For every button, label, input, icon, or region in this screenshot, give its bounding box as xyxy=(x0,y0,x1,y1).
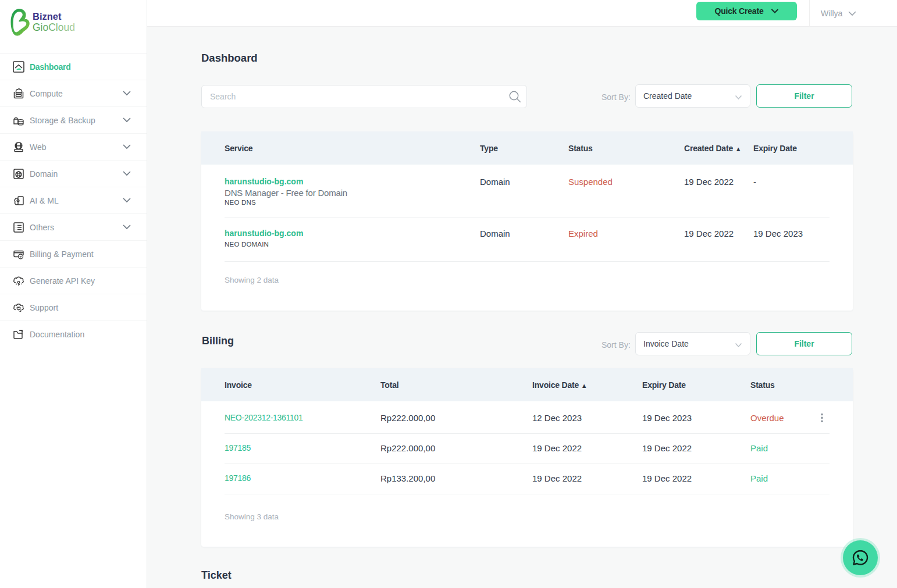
svg-text:Biznet: Biznet xyxy=(33,11,62,22)
svg-text:GioCloud: GioCloud xyxy=(33,22,75,33)
